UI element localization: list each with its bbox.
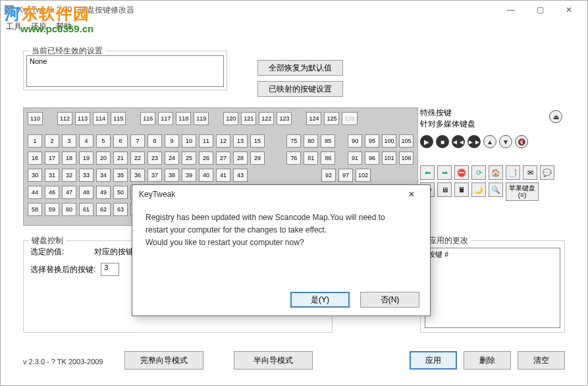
key-34[interactable]: 34 [96,169,111,182]
key-75[interactable]: 75 [286,134,301,148]
key-3[interactable]: 3 [62,134,76,148]
key-16[interactable]: 16 [28,152,42,165]
key-97[interactable]: 97 [338,169,353,182]
key-92[interactable]: 92 [321,169,336,182]
key-24[interactable]: 24 [165,152,179,165]
forward-icon[interactable]: ➡ [437,165,452,180]
key-81[interactable]: 81 [304,152,318,165]
key-11[interactable]: 11 [199,134,213,148]
sleep-icon[interactable]: 🌙 [471,182,486,197]
replace-select[interactable]: 3 [101,263,119,276]
key-35[interactable]: 35 [113,169,128,182]
key-48[interactable]: 48 [79,186,94,199]
key-15[interactable]: 15 [250,134,265,148]
key-38[interactable]: 38 [165,169,179,182]
delete-button[interactable]: 删除 [464,351,511,370]
key-100[interactable]: 100 [382,134,396,148]
key-113[interactable]: 113 [75,112,90,125]
key-110[interactable]: 110 [28,112,43,125]
fav-icon[interactable]: 📑 [506,165,520,180]
key-12[interactable]: 12 [216,134,230,148]
search-icon[interactable]: 🔍 [489,182,503,197]
key-102[interactable]: 102 [356,169,371,182]
key-44[interactable]: 44 [28,186,42,199]
mapped-settings-button[interactable]: 已映射的按键设置 [257,81,343,97]
key-60[interactable]: 60 [62,203,76,216]
pc-icon[interactable]: 🖥 [437,182,452,197]
close-button[interactable]: ✕ [554,1,583,19]
eject-icon[interactable]: ⏏ [549,110,562,123]
key-106[interactable]: 106 [399,152,414,165]
key-121[interactable]: 121 [241,112,256,125]
home-icon[interactable]: 🏠 [489,165,503,180]
key-123[interactable]: 123 [277,112,292,125]
key-26[interactable]: 26 [199,152,213,165]
key-118[interactable]: 118 [176,112,191,125]
key-76[interactable]: 76 [286,152,301,165]
key-13[interactable]: 13 [233,134,248,148]
key-22[interactable]: 22 [130,152,145,165]
key-49[interactable]: 49 [96,186,111,199]
key-115[interactable]: 115 [111,112,126,125]
key-36[interactable]: 36 [130,169,145,182]
key-122[interactable]: 122 [259,112,274,125]
key-59[interactable]: 59 [45,203,59,216]
key-58[interactable]: 58 [28,203,42,216]
key-86[interactable]: 86 [321,152,335,165]
key-126[interactable]: 126 [342,112,357,125]
stop-icon[interactable]: ■ [436,135,449,148]
key-46[interactable]: 46 [45,186,59,199]
key-61[interactable]: 61 [79,203,94,216]
key-4[interactable]: 4 [79,134,94,148]
key-2[interactable]: 2 [45,134,59,148]
key-125[interactable]: 125 [324,112,339,125]
key-21[interactable]: 21 [113,152,128,165]
key-41[interactable]: 41 [216,169,230,182]
key-17[interactable]: 17 [45,152,59,165]
restore-all-button[interactable]: 全部恢复为默认值 [257,60,343,76]
key-9[interactable]: 9 [165,134,179,148]
key-10[interactable]: 10 [182,134,196,148]
half-mode-button[interactable]: 半向导模式 [234,351,313,370]
next-icon[interactable]: ►► [468,135,481,148]
back-icon[interactable]: ⬅ [420,165,435,180]
dialog-yes-button[interactable]: 是(Y) [290,292,350,308]
key-43[interactable]: 43 [233,169,248,182]
key-95[interactable]: 95 [365,134,379,148]
key-47[interactable]: 47 [62,186,76,199]
refresh-icon[interactable]: ⟳ [471,165,486,180]
key-90[interactable]: 90 [348,134,362,148]
key-96[interactable]: 96 [365,152,379,165]
key-29[interactable]: 29 [250,152,265,165]
key-20[interactable]: 20 [96,152,111,165]
key-112[interactable]: 112 [57,112,72,125]
key-39[interactable]: 39 [182,169,196,182]
dialog-close-button[interactable]: ✕ [400,185,423,204]
maximize-button[interactable]: ▢ [525,1,554,19]
key-5[interactable]: 5 [96,134,111,148]
key-80[interactable]: 80 [304,134,318,148]
key-91[interactable]: 91 [348,152,362,165]
key-116[interactable]: 116 [140,112,155,125]
stop2-icon[interactable]: ⛔ [454,165,469,180]
key-25[interactable]: 25 [182,152,196,165]
voldown-icon[interactable]: ▼ [499,135,512,148]
apple-keyboard-button[interactable]: 苹果键盘 (=) [506,182,539,201]
play-icon[interactable]: ▶ [420,135,433,148]
key-50[interactable]: 50 [113,186,128,199]
volup-icon[interactable]: ▲ [483,135,496,148]
key-8[interactable]: 8 [147,134,162,148]
key-85[interactable]: 85 [321,134,335,148]
key-105[interactable]: 105 [399,134,414,148]
key-27[interactable]: 27 [216,152,230,165]
apply-button[interactable]: 应用 [410,351,457,370]
key-1[interactable]: 1 [28,134,42,148]
key-124[interactable]: 124 [306,112,321,125]
key-28[interactable]: 28 [233,152,248,165]
key-7[interactable]: 7 [130,134,145,148]
key-40[interactable]: 40 [199,169,213,182]
minimize-button[interactable]: — [496,1,525,19]
key-19[interactable]: 19 [79,152,94,165]
mute-icon[interactable]: 🔇 [515,135,528,148]
key-6[interactable]: 6 [113,134,128,148]
